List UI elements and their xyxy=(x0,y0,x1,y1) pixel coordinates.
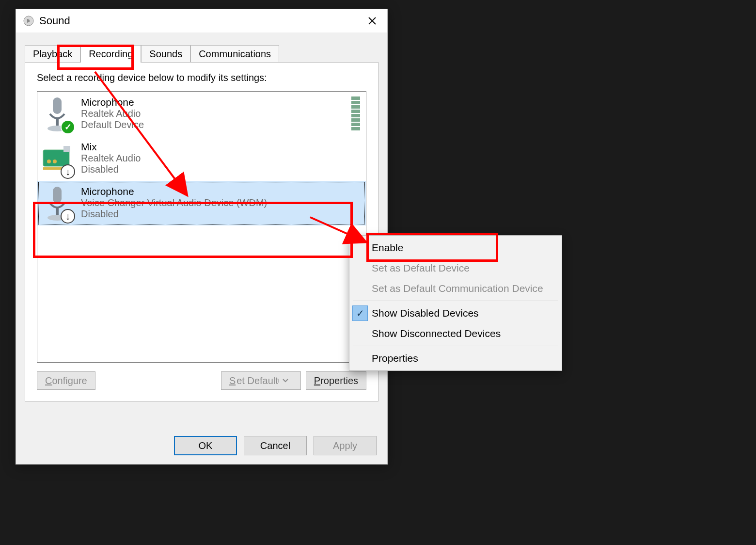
panel-buttons: Configure Set Default Properties xyxy=(37,371,366,390)
device-texts: Microphone Voice Changer Virtual Audio D… xyxy=(81,184,267,220)
tab-playback[interactable]: Playback xyxy=(25,45,80,63)
menu-set-default-comm[interactable]: Set as Default Communication Device xyxy=(350,278,561,299)
svg-rect-4 xyxy=(43,150,69,166)
device-status: Disabled xyxy=(81,208,267,220)
chevron-down-icon[interactable] xyxy=(278,379,293,383)
svg-rect-9 xyxy=(53,187,62,203)
menu-separator xyxy=(353,346,558,346)
device-item[interactable]: ↓ Microphone Voice Changer Virtual Audio… xyxy=(37,181,366,225)
configure-button[interactable]: Configure xyxy=(37,371,95,390)
tab-communications[interactable]: Communications xyxy=(190,45,279,63)
device-texts: Mix Realtek Audio Disabled xyxy=(81,139,141,175)
window-title: Sound xyxy=(39,15,360,27)
set-default-button[interactable]: Set Default xyxy=(221,371,301,390)
svg-rect-10 xyxy=(56,207,59,215)
menu-show-disconnected[interactable]: Show Disconnected Devices xyxy=(350,323,561,344)
tab-sounds[interactable]: Sounds xyxy=(141,45,190,63)
disabled-badge-icon: ↓ xyxy=(61,164,75,179)
level-meter xyxy=(351,96,360,130)
microphone-icon: ↓ xyxy=(40,184,74,223)
audio-card-icon: ↓ xyxy=(40,139,74,178)
sound-icon xyxy=(23,15,34,27)
default-badge-icon: ✓ xyxy=(61,120,75,134)
dialog-body: Playback Recording Sounds Communications… xyxy=(16,32,387,464)
tab-recording[interactable]: Recording xyxy=(80,45,141,63)
device-driver: Realtek Audio xyxy=(81,108,144,119)
titlebar: Sound xyxy=(16,9,387,32)
menu-properties[interactable]: Properties xyxy=(350,348,561,369)
svg-point-6 xyxy=(47,160,51,163)
menu-label: Show Disabled Devices xyxy=(372,307,479,319)
svg-rect-1 xyxy=(53,97,62,114)
context-menu: Enable Set as Default Device Set as Defa… xyxy=(349,235,562,371)
device-status: Disabled xyxy=(81,164,141,175)
device-driver: Voice Changer Virtual Audio Device (WDM) xyxy=(81,197,267,208)
cancel-button[interactable]: Cancel xyxy=(244,436,307,455)
checkmark-icon: ✓ xyxy=(352,305,368,321)
tabs: Playback Recording Sounds Communications xyxy=(25,45,378,63)
svg-point-7 xyxy=(53,160,57,163)
sound-dialog: Sound Playback Recording Sounds Communic… xyxy=(16,9,388,465)
apply-button[interactable]: Apply xyxy=(314,436,377,455)
disabled-badge-icon: ↓ xyxy=(61,209,75,224)
tab-panel-recording: Select a recording device below to modif… xyxy=(25,62,378,401)
menu-show-disabled[interactable]: ✓ Show Disabled Devices xyxy=(350,303,561,323)
panel-prompt: Select a recording device below to modif… xyxy=(37,72,366,83)
device-driver: Realtek Audio xyxy=(81,153,141,164)
device-item[interactable]: ↓ Mix Realtek Audio Disabled xyxy=(37,136,366,181)
svg-rect-5 xyxy=(63,146,70,152)
device-name: Microphone xyxy=(81,96,144,108)
menu-set-default[interactable]: Set as Default Device xyxy=(350,258,561,278)
device-list: ✓ Microphone Realtek Audio Default Devic… xyxy=(37,91,366,363)
svg-rect-2 xyxy=(56,118,59,126)
dialog-buttons: OK Cancel Apply xyxy=(16,436,387,455)
device-status: Default Device xyxy=(81,119,144,130)
menu-enable[interactable]: Enable xyxy=(350,238,561,258)
menu-separator xyxy=(353,301,558,301)
close-button[interactable] xyxy=(360,11,384,31)
device-item[interactable]: ✓ Microphone Realtek Audio Default Devic… xyxy=(37,92,366,136)
close-icon xyxy=(368,16,377,25)
device-texts: Microphone Realtek Audio Default Device xyxy=(81,95,144,130)
ok-button[interactable]: OK xyxy=(174,436,237,455)
properties-button[interactable]: Properties xyxy=(306,371,366,390)
device-name: Mix xyxy=(81,141,141,153)
microphone-icon: ✓ xyxy=(40,95,74,133)
device-name: Microphone xyxy=(81,186,267,197)
